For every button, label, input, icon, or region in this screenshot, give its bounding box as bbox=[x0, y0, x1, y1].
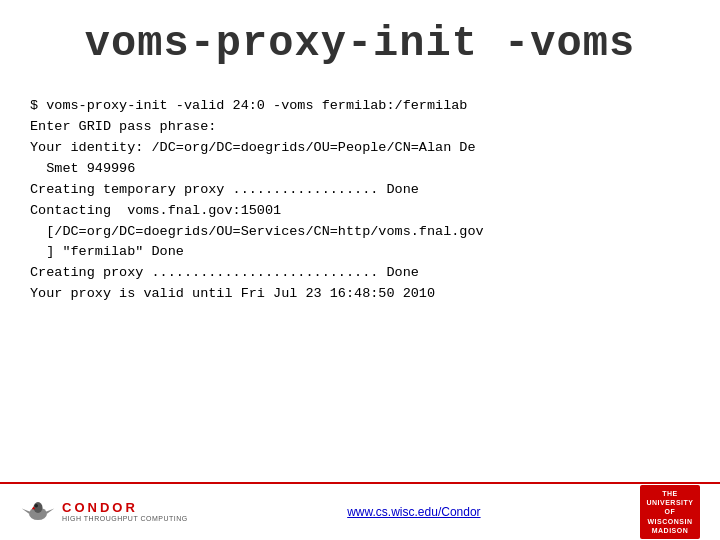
condor-name-label: CONDOR bbox=[62, 501, 188, 515]
condor-text-block: CONDOR HIGH THROUGHPUT COMPUTING bbox=[62, 501, 188, 523]
slide-title: voms-proxy-init -voms bbox=[30, 20, 690, 68]
code-line-8: ] "fermilab" Done bbox=[30, 242, 690, 263]
svg-point-4 bbox=[34, 504, 38, 508]
code-line-1: $ voms-proxy-init -valid 24:0 -voms ferm… bbox=[30, 96, 690, 117]
code-line-10: Your proxy is valid until Fri Jul 23 16:… bbox=[30, 284, 690, 305]
code-line-6: Contacting voms.fnal.gov:15001 bbox=[30, 201, 690, 222]
code-line-9: Creating proxy .........................… bbox=[30, 263, 690, 284]
code-line-7: [/DC=org/DC=doegrids/OU=Services/CN=http… bbox=[30, 222, 690, 243]
slide-footer: CONDOR HIGH THROUGHPUT COMPUTING www.cs.… bbox=[0, 482, 720, 540]
svg-marker-2 bbox=[22, 508, 31, 513]
condor-bird-icon bbox=[20, 494, 56, 530]
slide: voms-proxy-init -voms $ voms-proxy-init … bbox=[0, 0, 720, 540]
svg-marker-3 bbox=[45, 508, 54, 513]
uw-badge-text: THE UNIVERSITYOF WISCONSINMADISON bbox=[640, 485, 700, 538]
svg-point-1 bbox=[34, 502, 43, 513]
footer-website[interactable]: www.cs.wisc.edu/Condor bbox=[347, 505, 480, 519]
condor-logo: CONDOR HIGH THROUGHPUT COMPUTING bbox=[20, 494, 188, 530]
code-line-3: Your identity: /DC=org/DC=doegrids/OU=Pe… bbox=[30, 138, 690, 159]
slide-content: $ voms-proxy-init -valid 24:0 -voms ferm… bbox=[30, 96, 690, 305]
uw-logo: THE UNIVERSITYOF WISCONSINMADISON bbox=[640, 489, 700, 535]
code-line-4: Smet 949996 bbox=[30, 159, 690, 180]
code-line-5: Creating temporary proxy ...............… bbox=[30, 180, 690, 201]
condor-sub-label: HIGH THROUGHPUT COMPUTING bbox=[62, 515, 188, 523]
code-line-2: Enter GRID pass phrase: bbox=[30, 117, 690, 138]
